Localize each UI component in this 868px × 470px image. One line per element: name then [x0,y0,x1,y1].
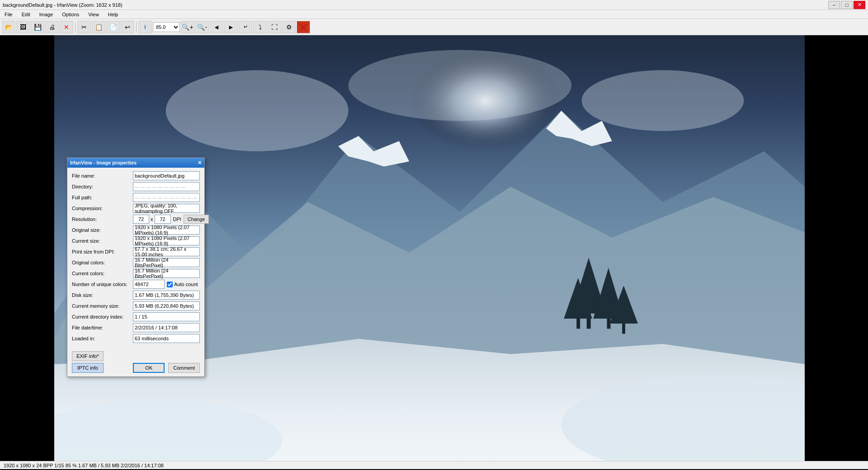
toolbar-separator-1 [75,22,75,33]
resolution-row: Resolution: x DPI Change [72,215,200,224]
prev-button[interactable]: ◄ [210,21,223,33]
current-size-label: Current size: [72,238,133,244]
minimize-button[interactable]: − [828,1,840,9]
delete-button[interactable]: ✕ [60,21,73,33]
left-black-panel [0,35,54,469]
info-button[interactable]: i [138,21,152,33]
memory-size-value: 5.93 MB (6,220,840 Bytes) [133,301,200,310]
main-image-area: IrfanView - Image properties ✕ File name… [0,35,868,469]
menu-image[interactable]: Image [37,11,56,18]
svg-point-20 [349,50,572,121]
original-colors-value: 16.7 Million (24 BitsPerPixel) [133,258,200,267]
thumb-button[interactable]: 🖼 [16,21,30,33]
original-size-row: Original size: 1920 x 1080 Pixels (2.07 … [72,226,200,235]
title-bar-controls: − □ ✕ [828,1,865,9]
ok-button[interactable]: OK [133,363,165,373]
resolution-x-input[interactable] [133,215,149,224]
print-size-row: Print size from DPI: 67.7 x 38.1 cm; 26.… [72,247,200,256]
full-path-row: Full path: — — — — — — — — — — — [72,193,200,202]
loaded-in-value: 63 milliseconds [133,334,200,343]
svg-marker-0 [299,24,307,30]
zoom-select[interactable]: 85.0 100 50 25 [153,22,180,32]
comment-button[interactable]: Comment [168,363,200,373]
unique-colors-row: Number of unique colors: Auto count [72,280,200,289]
save-button[interactable]: 💾 [31,21,44,33]
directory-row: Directory: — — — — — — — — — [72,182,200,191]
disk-size-value: 1.67 MB (1,755,390 Bytes) [133,291,200,300]
original-colors-label: Original colors: [72,260,133,265]
dialog-title: IrfanView - Image properties [70,160,137,165]
zoom-in-button[interactable]: 🔍+ [181,21,194,33]
date-time-label: File date/time: [72,325,133,330]
full-path-label: Full path: [72,195,133,200]
right-black-panel [805,35,868,469]
menu-view[interactable]: View [85,11,102,18]
undo-button[interactable]: ↩ [121,21,134,33]
file-name-row: File name: backgroundDefault.jpg [72,171,200,180]
auto-count-container: Auto count [167,282,198,287]
exif-info-button[interactable]: EXIF info* [72,351,104,361]
svg-marker-1 [300,24,307,30]
maximize-button[interactable]: □ [841,1,853,9]
current-colors-row: Current colors: 16.7 Million (24 BitsPer… [72,269,200,278]
title-bar: backgroundDefault.jpg - IrfanView (Zoom:… [0,0,868,10]
close-button[interactable]: ✕ [854,1,865,9]
resolution-change-button[interactable]: Change [184,215,209,224]
disk-size-label: Disk size: [72,292,133,298]
options-button[interactable]: ⚙ [282,21,296,33]
date-time-row: File date/time: 2/2/2016 / 14:17:08 [72,323,200,332]
properties-dialog: IrfanView - Image properties ✕ File name… [67,157,205,377]
dir-index-row: Current directory index: 1 / 15 [72,312,200,321]
svg-point-19 [166,70,349,151]
menu-file[interactable]: File [2,11,15,18]
resolution-y-input[interactable] [155,215,171,224]
pan-left-button[interactable]: ↵ [239,21,252,33]
pan-right-button[interactable]: ⤵ [253,21,267,33]
print-button[interactable]: 🖨 [45,21,59,33]
svg-rect-14 [622,308,625,334]
close-btn2[interactable] [297,21,310,33]
svg-marker-6 [338,136,409,166]
svg-point-21 [581,70,744,131]
menu-options[interactable]: Options [59,11,82,18]
date-time-value: 2/2/2016 / 14:17:08 [133,323,200,332]
directory-label: Directory: [72,184,133,189]
print-size-label: Print size from DPI: [72,249,133,254]
paste-button[interactable]: 📄 [106,21,120,33]
toolbar-separator-2 [136,22,137,33]
auto-count-label: Auto count [174,282,198,287]
svg-rect-10 [607,298,611,329]
status-bar: 1920 x 1080 x 24 BPP 1/15 85 % 1.67 MB /… [0,461,868,469]
original-size-value: 1920 x 1080 Pixels (2.07 MPixels) (16:9) [133,226,200,235]
loaded-in-row: Loaded in: 63 milliseconds [72,334,200,343]
resolution-separator: x [151,216,153,222]
svg-marker-9 [571,258,606,313]
resolution-dpi-label: DPI [173,216,181,222]
menu-help[interactable]: Help [105,11,121,18]
svg-point-17 [54,400,283,461]
iptc-info-button[interactable]: IPTC info [72,363,104,373]
current-colors-label: Current colors: [72,271,133,276]
compression-label: Compression: [72,206,133,211]
file-name-label: File name: [72,173,133,179]
dialog-close-button[interactable]: ✕ [198,160,202,166]
full-path-value: — — — — — — — — — — — [133,193,200,202]
copy-button[interactable]: 📋 [92,21,105,33]
fullscreen-button[interactable]: ⛶ [268,21,281,33]
open-button[interactable]: 📂 [2,21,15,33]
compression-value: JPEG, quality: 100, subsampling OFF [133,204,200,213]
resolution-label: Resolution: [72,216,133,222]
menu-edit[interactable]: Edit [19,11,33,18]
unique-colors-input[interactable] [133,280,165,289]
right-buttons-group: OK Comment [133,363,200,373]
current-colors-value: 16.7 Million (24 BitsPerPixel) [133,269,200,278]
dir-index-value: 1 / 15 [133,312,200,321]
zoom-out-button[interactable]: 🔍- [195,21,209,33]
original-size-label: Original size: [72,227,133,233]
next-button[interactable]: ► [224,21,238,33]
print-size-value: 67.7 x 38.1 cm; 26.67 x 15.00 inches [133,247,200,256]
loaded-in-label: Loaded in: [72,336,133,341]
memory-size-label: Current memory size: [72,303,133,309]
cut-button[interactable]: ✂ [77,21,91,33]
auto-count-checkbox[interactable] [167,282,173,287]
